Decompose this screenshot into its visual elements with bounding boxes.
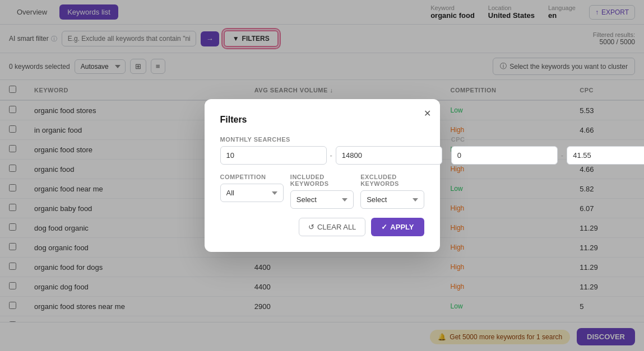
modal-close-button[interactable]: ✕ [424, 108, 431, 119]
modal-row-competition: COMPETITION All Low Medium High INCLUDED… [220, 174, 424, 209]
cpc-field: CPC - [451, 136, 644, 165]
refresh-icon: ↺ [308, 223, 314, 231]
monthly-min-input[interactable] [220, 146, 327, 165]
competition-select-wrapper: All Low Medium High [220, 184, 284, 202]
filters-modal: Filters ✕ MONTHLY SEARCHES - CPC - [205, 99, 440, 252]
cpc-range: - [451, 146, 644, 165]
cpc-min-input[interactable] [451, 146, 558, 165]
modal-overlay[interactable]: Filters ✕ MONTHLY SEARCHES - CPC - [0, 0, 644, 351]
cpc-label: CPC [451, 136, 644, 143]
monthly-max-input[interactable] [336, 146, 442, 165]
monthly-range-separator: - [330, 151, 332, 160]
check-icon: ✓ [381, 223, 387, 231]
monthly-searches-range: - [220, 146, 442, 165]
competition-select[interactable]: All Low Medium High [220, 184, 284, 202]
modal-row-searches-cpc: MONTHLY SEARCHES - CPC - [220, 136, 424, 165]
apply-button[interactable]: ✓ APPLY [371, 218, 424, 236]
competition-field: COMPETITION All Low Medium High [220, 174, 284, 209]
modal-title: Filters [220, 115, 424, 125]
monthly-searches-label: MONTHLY SEARCHES [220, 136, 442, 143]
competition-label: COMPETITION [220, 174, 284, 180]
included-keywords-field: INCLUDED KEYWORDS Select [290, 174, 354, 209]
clear-all-button[interactable]: ↺ CLEAR ALL [299, 218, 365, 236]
included-select-wrapper: Select [290, 190, 354, 209]
excluded-keywords-field: EXCLUDED KEYWORDS Select [360, 174, 424, 209]
modal-actions: ↺ CLEAR ALL ✓ APPLY [220, 218, 424, 236]
included-keywords-select[interactable]: Select [290, 190, 354, 209]
monthly-searches-field: MONTHLY SEARCHES - [220, 136, 442, 165]
cpc-range-separator: - [561, 151, 563, 160]
excluded-keywords-label: EXCLUDED KEYWORDS [360, 174, 424, 187]
excluded-select-wrapper: Select [360, 190, 424, 209]
excluded-keywords-select[interactable]: Select [360, 190, 424, 209]
cpc-max-input[interactable] [567, 146, 644, 165]
included-keywords-label: INCLUDED KEYWORDS [290, 174, 354, 187]
